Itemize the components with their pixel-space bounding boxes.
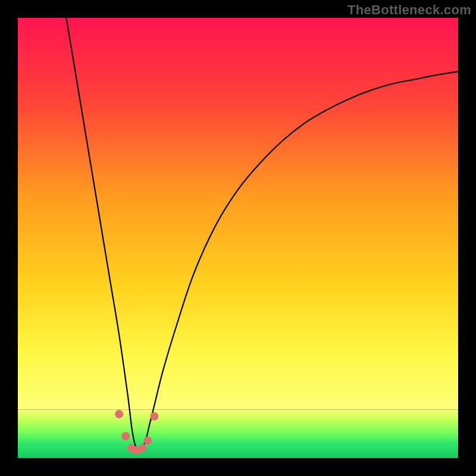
optimal-point-marker: [138, 444, 146, 452]
chart-body: [18, 18, 458, 458]
bottleneck-chart: [0, 0, 476, 476]
chart-frame: TheBottleneck.com: [0, 0, 476, 476]
green-band: [18, 410, 458, 458]
gradient-background: [18, 18, 458, 410]
watermark-text: TheBottleneck.com: [347, 2, 471, 18]
optimal-point-marker: [121, 432, 130, 440]
optimal-point-marker: [150, 412, 158, 421]
optimal-point-marker: [143, 436, 152, 444]
optimal-point-marker: [115, 410, 123, 418]
